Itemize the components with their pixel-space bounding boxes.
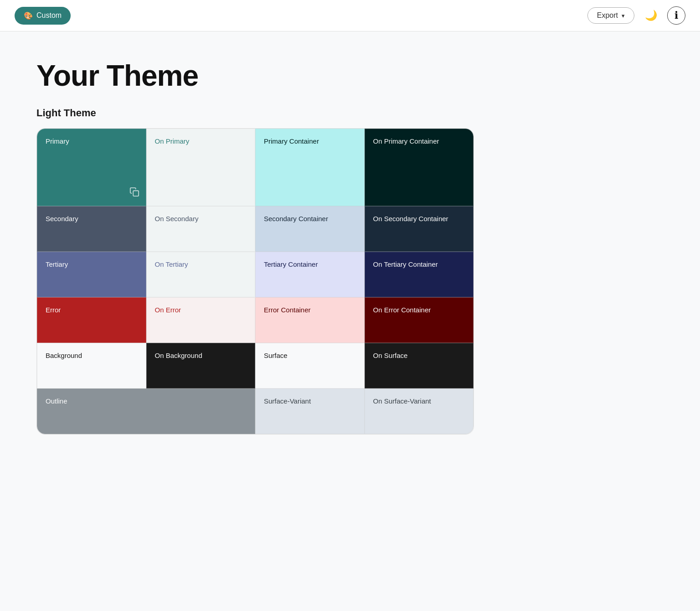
custom-label: Custom (36, 11, 62, 20)
color-label-primary: Primary (46, 137, 138, 145)
color-cell-tertiary-container[interactable]: Tertiary Container (255, 252, 365, 297)
color-cell-on-secondary[interactable]: On Secondary (146, 206, 256, 252)
page-title: Your Theme (36, 59, 664, 93)
app-header: 🎨 Custom Export ▾ 🌙 ℹ (0, 0, 700, 31)
info-icon: ℹ (674, 10, 678, 21)
color-cell-on-surface[interactable]: On Surface (365, 343, 474, 388)
copy-icon (129, 187, 139, 199)
header-left: 🎨 Custom (15, 7, 71, 25)
color-label-surface-variant: Surface-Variant (264, 397, 356, 405)
header-right: Export ▾ 🌙 ℹ (587, 6, 685, 25)
color-grid: Primary On Primary Primary Container On … (36, 128, 474, 435)
color-cell-on-secondary-container[interactable]: On Secondary Container (365, 206, 474, 252)
dark-mode-button[interactable]: 🌙 (642, 6, 660, 25)
export-label: Export (597, 11, 618, 20)
color-cell-background[interactable]: Background (37, 343, 146, 388)
color-cell-error[interactable]: Error (37, 297, 146, 343)
color-cell-secondary[interactable]: Secondary (37, 206, 146, 252)
svg-rect-0 (133, 191, 139, 196)
main-content: Your Theme Light Theme Primary On Primar… (0, 31, 700, 462)
color-label-on-tertiary-container: On Tertiary Container (373, 260, 465, 268)
color-cell-secondary-container[interactable]: Secondary Container (255, 206, 365, 252)
color-cell-on-background[interactable]: On Background (146, 343, 256, 388)
color-label-primary-container: Primary Container (264, 137, 356, 145)
color-cell-on-error[interactable]: On Error (146, 297, 256, 343)
color-label-background: Background (46, 352, 138, 359)
color-label-on-secondary-container: On Secondary Container (373, 215, 465, 223)
color-cell-tertiary[interactable]: Tertiary (37, 252, 146, 297)
color-cell-surface-variant[interactable]: Surface-Variant (255, 388, 365, 434)
color-label-on-surface-variant: On Surface-Variant (373, 397, 465, 405)
color-cell-on-error-container[interactable]: On Error Container (365, 297, 474, 343)
color-cell-error-container[interactable]: Error Container (255, 297, 365, 343)
color-cell-on-surface-variant[interactable]: On Surface-Variant (365, 388, 474, 434)
color-label-error: Error (46, 306, 138, 314)
color-label-surface: Surface (264, 352, 356, 359)
color-label-on-error-container: On Error Container (373, 306, 465, 314)
color-label-on-primary-container: On Primary Container (373, 137, 465, 145)
color-label-on-background: On Background (155, 352, 247, 359)
color-label-on-primary: On Primary (155, 137, 247, 145)
color-label-on-error: On Error (155, 306, 247, 314)
color-cell-on-primary[interactable]: On Primary (146, 129, 256, 206)
palette-icon: 🎨 (24, 11, 33, 20)
color-label-tertiary: Tertiary (46, 260, 138, 268)
info-button[interactable]: ℹ (667, 6, 685, 25)
color-cell-on-tertiary[interactable]: On Tertiary (146, 252, 256, 297)
color-label-on-tertiary: On Tertiary (155, 260, 247, 268)
moon-icon: 🌙 (645, 10, 657, 21)
color-cell-on-tertiary-container[interactable]: On Tertiary Container (365, 252, 474, 297)
color-label-secondary: Secondary (46, 215, 138, 223)
color-label-secondary-container: Secondary Container (264, 215, 356, 223)
color-cell-primary[interactable]: Primary (37, 129, 146, 206)
color-label-tertiary-container: Tertiary Container (264, 260, 356, 268)
chevron-down-icon: ▾ (622, 12, 625, 19)
color-label-on-secondary: On Secondary (155, 215, 247, 223)
color-cell-outline[interactable]: Outline (37, 388, 255, 434)
export-button[interactable]: Export ▾ (587, 7, 634, 24)
color-label-error-container: Error Container (264, 306, 356, 314)
section-title: Light Theme (36, 107, 664, 119)
color-label-on-surface: On Surface (373, 352, 465, 359)
color-cell-surface[interactable]: Surface (255, 343, 365, 388)
color-cell-primary-container[interactable]: Primary Container (255, 129, 365, 206)
color-cell-on-primary-container[interactable]: On Primary Container (365, 129, 474, 206)
custom-button[interactable]: 🎨 Custom (15, 7, 71, 25)
color-label-outline: Outline (46, 397, 247, 405)
